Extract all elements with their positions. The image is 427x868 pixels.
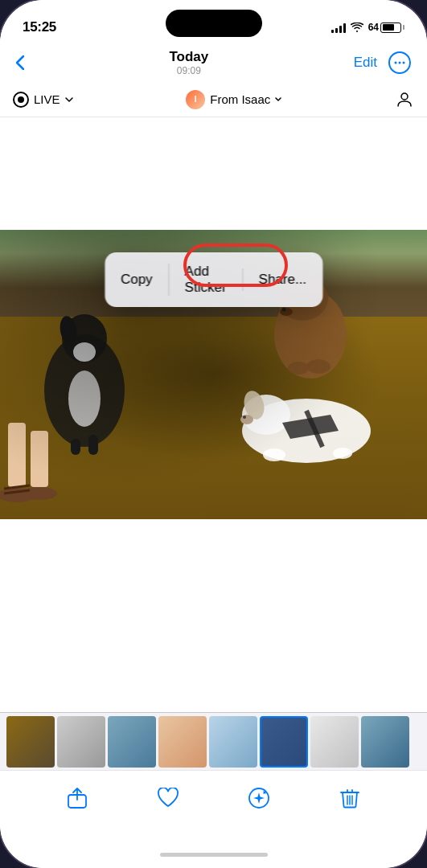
nav-title-group: Today 09:09 xyxy=(169,49,208,76)
white-bottom-space xyxy=(0,519,427,624)
nav-subtitle: 09:09 xyxy=(169,65,208,76)
person-button[interactable] xyxy=(395,90,414,109)
live-badge[interactable]: LIVE xyxy=(13,92,73,108)
nav-title: Today xyxy=(169,49,208,65)
photo-filmstrip[interactable] xyxy=(0,712,427,770)
thumbnail-8[interactable] xyxy=(361,716,409,768)
dynamic-island xyxy=(166,10,262,37)
phone-screen: 15:25 64 xyxy=(0,0,427,868)
magic-wand-icon xyxy=(248,787,270,809)
status-time: 15:25 xyxy=(23,19,56,35)
nav-bar: Today 09:09 Edit xyxy=(0,43,427,82)
svg-point-1 xyxy=(398,62,400,64)
edit-button[interactable]: Edit xyxy=(354,55,377,71)
back-button[interactable] xyxy=(16,55,24,70)
from-label: From Isaac xyxy=(210,92,270,106)
person-icon xyxy=(395,90,414,109)
nav-actions: Edit xyxy=(354,51,411,74)
thumbnail-6[interactable] xyxy=(260,716,308,768)
bottom-toolbar xyxy=(0,770,427,841)
from-chevron-icon xyxy=(275,97,281,101)
context-menu: Copy Add Sticker Share... xyxy=(105,252,322,307)
home-indicator xyxy=(0,841,427,868)
signal-bar-2 xyxy=(335,28,338,33)
thumbnail-4[interactable] xyxy=(158,716,207,768)
thumbnail-2[interactable] xyxy=(57,716,105,768)
live-label: LIVE xyxy=(34,92,60,106)
phone-frame: 15:25 64 xyxy=(0,0,427,868)
live-chevron-icon xyxy=(65,97,73,102)
signal-bar-1 xyxy=(331,30,334,33)
sender-avatar: I xyxy=(186,90,205,109)
status-bar: 15:25 64 xyxy=(0,0,427,43)
live-circle-icon xyxy=(13,92,29,108)
trash-button[interactable] xyxy=(335,784,364,813)
heart-icon xyxy=(157,788,179,809)
photo-container: Copy Add Sticker Share... xyxy=(0,230,427,519)
white-top-space xyxy=(0,117,427,230)
signal-bar-3 xyxy=(339,26,342,33)
photo-toolbar: LIVE I From Isaac xyxy=(0,82,427,117)
battery-indicator: 64 xyxy=(368,22,404,33)
signal-bar-4 xyxy=(343,23,346,33)
battery-body xyxy=(380,23,401,33)
svg-point-3 xyxy=(401,93,408,100)
svg-point-0 xyxy=(394,62,396,64)
home-bar xyxy=(160,853,268,857)
back-chevron-icon xyxy=(16,55,24,70)
more-button[interactable] xyxy=(388,51,411,74)
live-dot xyxy=(18,96,24,103)
status-icons: 64 xyxy=(331,22,404,33)
copy-menu-item[interactable]: Copy xyxy=(105,260,169,299)
thumbnail-3[interactable] xyxy=(108,716,156,768)
wifi-icon xyxy=(351,23,363,32)
battery-tip xyxy=(403,25,404,30)
more-dots-icon xyxy=(394,61,405,64)
heart-button[interactable] xyxy=(154,784,183,813)
thumbnail-1[interactable] xyxy=(6,716,55,768)
battery-fill xyxy=(383,24,395,31)
share-icon xyxy=(67,787,88,809)
add-sticker-menu-item[interactable]: Add Sticker xyxy=(169,252,243,307)
share-menu-item[interactable]: Share... xyxy=(243,260,323,299)
thumbnail-5[interactable] xyxy=(209,716,257,768)
signal-bars-icon xyxy=(331,22,346,33)
thumbnail-7[interactable] xyxy=(310,716,359,768)
trash-icon xyxy=(340,787,359,809)
magic-wand-button[interactable] xyxy=(244,784,273,813)
content-area: Copy Add Sticker Share... xyxy=(0,117,427,712)
from-badge[interactable]: I From Isaac xyxy=(186,90,281,109)
share-button[interactable] xyxy=(63,784,92,813)
svg-point-2 xyxy=(402,62,404,64)
battery-percent: 64 xyxy=(368,22,379,33)
